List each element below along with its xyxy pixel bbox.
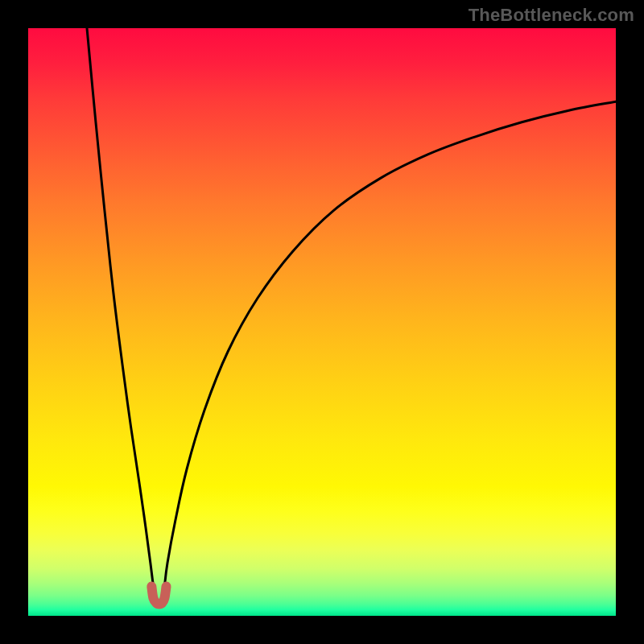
watermark-text: TheBottleneck.com [469, 5, 634, 26]
curve-right-branch [164, 101, 616, 586]
curve-left-branch [87, 28, 153, 587]
chart-frame: TheBottleneck.com [0, 0, 644, 644]
curve-svg [28, 28, 616, 616]
plot-area [28, 28, 616, 616]
valley-marker [151, 587, 166, 605]
